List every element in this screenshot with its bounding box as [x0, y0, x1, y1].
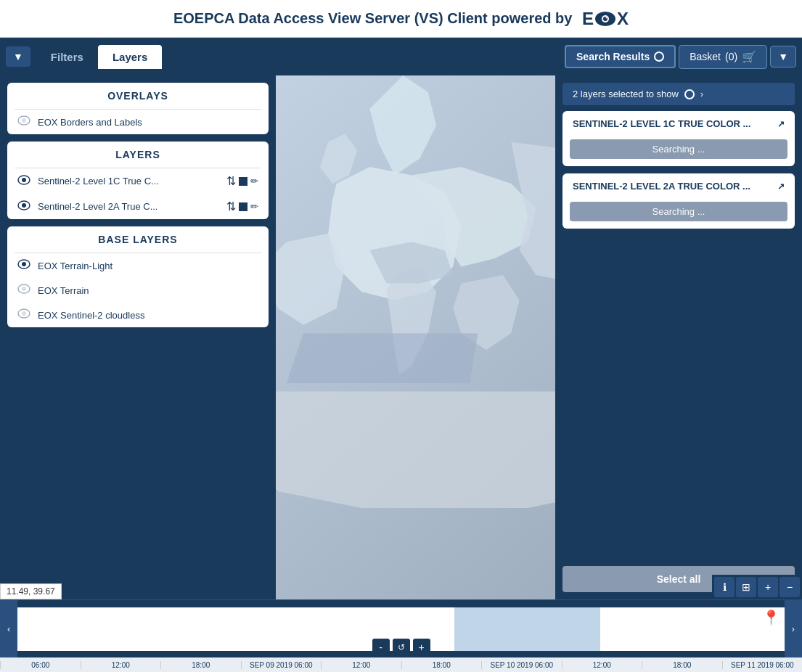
map-zoom-plus-button[interactable]: + — [758, 577, 778, 597]
coordinates-bar: 11.49, 39.67 — [0, 583, 62, 599]
map-background — [276, 75, 555, 599]
layer-color-sentinel2a[interactable] — [239, 202, 247, 211]
app-header: EOEPCA Data Access View Server (VS) Clie… — [0, 0, 802, 38]
overlays-title: OVERLAYS — [7, 83, 269, 109]
svg-point-9 — [22, 203, 26, 208]
search-results-button[interactable]: Search Results — [565, 45, 676, 68]
timeline-nav-right-button[interactable]: › — [785, 600, 802, 657]
map-area[interactable] — [276, 75, 555, 599]
base-layers-title: BASE LAYERS — [7, 226, 269, 253]
result-card-title-sentinel1c: SENTINEL-2 LEVEL 1C TRUE COLOR ... ↗ — [562, 111, 795, 136]
layer-edit-sentinel2a[interactable]: ✏ — [250, 201, 258, 212]
eye-icon-borders[interactable] — [17, 115, 30, 128]
timeline-zoom-controls: - ↺ + — [372, 639, 430, 656]
result-card-title-sentinel2a: SENTINEL-2 LEVEL 2A TRUE COLOR ... ↗ — [562, 173, 795, 199]
tab-layers[interactable]: Layers — [98, 45, 162, 69]
search-results-label: Search Results — [576, 51, 650, 62]
layer-name-sentinel2a: Sentinel-2 Level 2A True C... — [38, 201, 219, 212]
base-layer-sentinel-cloudless: EOX Sentinel-2 cloudless — [7, 303, 269, 327]
eye-icon-cloudless[interactable] — [17, 308, 30, 321]
basket-icon: 🛒 — [742, 50, 756, 64]
layer-controls-sentinel2a: ⇅ ✏ — [226, 200, 258, 213]
timeline-zoom-out-button[interactable]: - — [372, 639, 390, 656]
app-title: EOEPCA Data Access View Server (VS) Clie… — [173, 10, 572, 27]
layer-item-sentinel1c: Sentinel-2 Level 1C True C... ⇅ ✏ — [7, 168, 269, 194]
map-zoom-minus-button[interactable]: − — [780, 577, 800, 597]
layers-selected-bar: 2 layers selected to show › — [562, 83, 795, 105]
basket-count: (0) — [725, 51, 737, 62]
map-tools-bar: ℹ ⊞ + − — [712, 575, 802, 599]
svg-point-3 — [606, 17, 607, 18]
right-panel-spacer — [562, 236, 795, 566]
timeline-label-4: 12:00 — [321, 661, 401, 669]
layer-reorder-sentinel1c[interactable]: ⇅ — [226, 174, 236, 188]
eye-icon-terrain-light[interactable] — [17, 259, 30, 272]
panels-row: OVERLAYS EOX Borders and Labels LAYERS — [0, 75, 802, 599]
result-title-text-sentinel1c: SENTINEL-2 LEVEL 1C TRUE COLOR ... — [573, 118, 750, 129]
timeline-zoom-refresh-button[interactable]: ↺ — [393, 639, 410, 656]
layer-controls-sentinel1c: ⇅ ✏ — [226, 174, 258, 188]
map-svg — [276, 75, 555, 599]
search-results-indicator — [654, 52, 664, 62]
layer-item-sentinel2a: Sentinel-2 Level 2A True C... ⇅ ✏ — [7, 194, 269, 219]
searching-text-sentinel1c: Searching ... — [652, 144, 705, 155]
eye-icon-sentinel2a[interactable] — [17, 200, 30, 213]
basket-button[interactable]: Basket (0) 🛒 — [679, 45, 767, 69]
overlays-section: OVERLAYS EOX Borders and Labels — [7, 83, 269, 134]
external-link-sentinel2a[interactable]: ↗ — [777, 181, 785, 192]
timeline-nav-left-button[interactable]: ‹ — [0, 600, 17, 657]
timeline-label-8: 18:00 — [642, 661, 722, 669]
layers-selected-text: 2 layers selected to show — [573, 89, 679, 99]
searching-bar-sentinel2a: Searching ... — [570, 202, 787, 221]
external-link-sentinel1c[interactable]: ↗ — [777, 119, 785, 129]
timeline-label-1: 12:00 — [81, 661, 161, 669]
timeline-label-9: SEP 11 2019 06:00 — [722, 661, 803, 669]
eye-icon-sentinel1c[interactable] — [17, 175, 30, 188]
timeline-label-0: 06:00 — [0, 661, 81, 669]
eye-icon-terrain[interactable] — [17, 284, 30, 297]
right-panel: 2 layers selected to show › SENTINEL-2 L… — [555, 75, 802, 599]
timeline-label-7: 12:00 — [562, 661, 642, 669]
result-card-sentinel2a: SENTINEL-2 LEVEL 2A TRUE COLOR ... ↗ Sea… — [562, 173, 795, 229]
base-layer-name-terrain-light: EOX Terrain-Light — [38, 261, 258, 271]
searching-bar-sentinel1c: Searching ... — [570, 139, 787, 159]
overlay-name-borders: EOX Borders and Labels — [38, 117, 258, 128]
layer-color-sentinel1c[interactable] — [239, 177, 247, 186]
left-panel: OVERLAYS EOX Borders and Labels LAYERS — [0, 75, 276, 599]
topbar-tabs: Filters Layers — [36, 45, 162, 69]
app-wrapper: EOEPCA Data Access View Server (VS) Clie… — [0, 0, 802, 672]
svg-point-5 — [22, 118, 26, 123]
result-title-text-sentinel2a: SENTINEL-2 LEVEL 2A TRUE COLOR ... — [573, 181, 750, 192]
timeline-label-5: 18:00 — [401, 661, 482, 669]
coordinates-text: 11.49, 39.67 — [7, 586, 55, 597]
layers-selected-indicator — [684, 89, 695, 99]
svg-point-11 — [22, 262, 26, 266]
layer-edit-sentinel1c[interactable]: ✏ — [250, 176, 258, 187]
result-card-sentinel1c: SENTINEL-2 LEVEL 1C TRUE COLOR ... ↗ Sea… — [562, 111, 795, 166]
map-layers-button[interactable]: ⊞ — [736, 577, 756, 597]
tab-filters[interactable]: Filters — [36, 45, 98, 69]
timeline-highlight — [454, 607, 600, 651]
svg-point-15 — [22, 311, 26, 316]
layers-section: LAYERS Sentinel-2 Level 1C True C... ⇅ ✏ — [7, 142, 269, 219]
topbar-right: Search Results Basket (0) 🛒 ▼ — [565, 45, 796, 69]
timeline-zoom-in-button[interactable]: + — [413, 639, 430, 656]
basket-label: Basket — [690, 51, 721, 62]
base-layer-terrain-light: EOX Terrain-Light — [7, 253, 269, 278]
timeline-area: ‹ 📍 › - ↺ + 06:00 12:00 18:00 SEP 09 201… — [0, 599, 802, 672]
overlay-item-borders: EOX Borders and Labels — [7, 110, 269, 134]
layers-selected-chevron[interactable]: › — [700, 89, 703, 99]
layers-title: LAYERS — [7, 142, 269, 168]
topbar: ▼ Filters Layers Search Results Basket (… — [0, 38, 802, 75]
base-layer-name-terrain: EOX Terrain — [38, 285, 258, 296]
base-layer-terrain: EOX Terrain — [7, 278, 269, 303]
timeline-label-6: SEP 10 2019 06:00 — [481, 661, 562, 669]
timeline-location-pin: 📍 — [762, 609, 780, 626]
layer-reorder-sentinel2a[interactable]: ⇅ — [226, 200, 236, 213]
timeline-label-2: 18:00 — [160, 661, 241, 669]
menu-dropdown-button[interactable]: ▼ — [6, 46, 30, 67]
topbar-options-button[interactable]: ▼ — [770, 46, 796, 67]
map-info-button[interactable]: ℹ — [714, 577, 735, 597]
timeline-labels: 06:00 12:00 18:00 SEP 09 2019 06:00 12:0… — [0, 657, 802, 672]
base-layers-section: BASE LAYERS EOX Terrain-Light EOX Terrai… — [7, 226, 269, 327]
